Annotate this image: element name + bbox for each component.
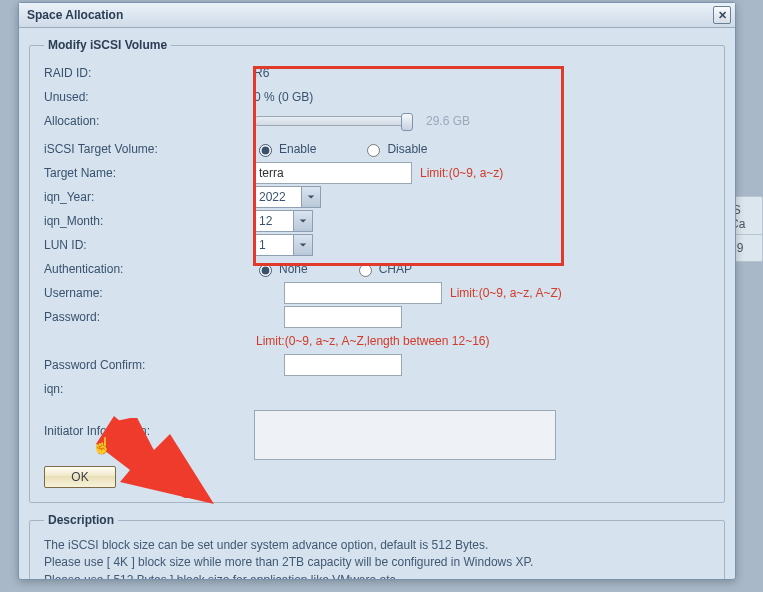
limit-username: Limit:(0~9, a~z, A~Z) bbox=[450, 286, 562, 300]
label-iqn-month: iqn_Month: bbox=[44, 214, 254, 228]
radio-disable[interactable]: Disable bbox=[362, 141, 427, 157]
label-raid-id: RAID ID: bbox=[44, 66, 254, 80]
modify-iscsi-fieldset: Modify iSCSI Volume RAID ID: R6 Unused: … bbox=[29, 38, 725, 503]
radio-enable[interactable]: Enable bbox=[254, 141, 316, 157]
allocation-slider[interactable] bbox=[254, 116, 408, 126]
radio-enable-input[interactable] bbox=[259, 144, 272, 157]
initiator-textarea[interactable] bbox=[254, 410, 556, 460]
label-username: Username: bbox=[44, 286, 254, 300]
chevron-down-icon[interactable] bbox=[293, 235, 312, 255]
close-button[interactable]: ✕ bbox=[713, 6, 731, 24]
password-input[interactable] bbox=[284, 306, 402, 328]
iqn-year-value: 2022 bbox=[255, 187, 301, 207]
radio-auth-chap-input[interactable] bbox=[359, 264, 372, 277]
chevron-down-icon[interactable] bbox=[293, 211, 312, 231]
radio-auth-chap[interactable]: CHAP bbox=[354, 261, 412, 277]
label-unused: Unused: bbox=[44, 90, 254, 104]
label-password: Password: bbox=[44, 310, 254, 324]
label-iqn: iqn: bbox=[44, 382, 254, 396]
label-lun-id: LUN ID: bbox=[44, 238, 254, 252]
iqn-month-select[interactable]: 12 bbox=[254, 210, 313, 232]
dialog-window: Space Allocation ✕ Modify iSCSI Volume R… bbox=[18, 2, 736, 580]
iqn-month-value: 12 bbox=[255, 211, 293, 231]
username-input[interactable] bbox=[284, 282, 442, 304]
target-name-input[interactable] bbox=[254, 162, 412, 184]
radio-auth-none[interactable]: None bbox=[254, 261, 308, 277]
description-line: Please use [ 512 Bytes ] block size for … bbox=[44, 572, 710, 579]
label-target-name: Target Name: bbox=[44, 166, 254, 180]
ok-button[interactable]: OK bbox=[44, 466, 116, 488]
chevron-down-icon[interactable] bbox=[301, 187, 320, 207]
label-allocation: Allocation: bbox=[44, 114, 254, 128]
password-confirm-input[interactable] bbox=[284, 354, 402, 376]
close-icon: ✕ bbox=[718, 9, 727, 22]
label-target-volume: iSCSI Target Volume: bbox=[44, 142, 254, 156]
iqn-year-select[interactable]: 2022 bbox=[254, 186, 321, 208]
description-line: The iSCSI block size can be set under sy… bbox=[44, 537, 710, 554]
value-unused: 0 % (0 GB) bbox=[254, 90, 313, 104]
slider-thumb[interactable] bbox=[401, 113, 413, 131]
label-authentication: Authentication: bbox=[44, 262, 254, 276]
fieldset-legend: Modify iSCSI Volume bbox=[44, 38, 171, 52]
description-line: Please use [ 4K ] block size while more … bbox=[44, 554, 710, 571]
radio-disable-input[interactable] bbox=[367, 144, 380, 157]
description-legend: Description bbox=[44, 513, 118, 527]
lun-id-select[interactable]: 1 bbox=[254, 234, 313, 256]
label-iqn-year: iqn_Year: bbox=[44, 190, 254, 204]
radio-auth-none-label: None bbox=[279, 262, 308, 276]
titlebar: Space Allocation ✕ bbox=[19, 3, 735, 28]
value-raid-id: R6 bbox=[254, 66, 269, 80]
radio-auth-none-input[interactable] bbox=[259, 264, 272, 277]
ok-button-label: OK bbox=[71, 470, 88, 484]
allocation-size: 29.6 GB bbox=[426, 114, 470, 128]
limit-target-name: Limit:(0~9, a~z) bbox=[420, 166, 503, 180]
window-title: Space Allocation bbox=[27, 8, 123, 22]
label-initiator: Initiator Information: bbox=[44, 410, 254, 438]
limit-password: Limit:(0~9, a~z, A~Z,length between 12~1… bbox=[256, 334, 489, 348]
description-fieldset: Description The iSCSI block size can be … bbox=[29, 513, 725, 579]
radio-disable-label: Disable bbox=[387, 142, 427, 156]
radio-enable-label: Enable bbox=[279, 142, 316, 156]
radio-auth-chap-label: CHAP bbox=[379, 262, 412, 276]
label-password-confirm: Password Confirm: bbox=[44, 358, 254, 372]
lun-id-value: 1 bbox=[255, 235, 293, 255]
